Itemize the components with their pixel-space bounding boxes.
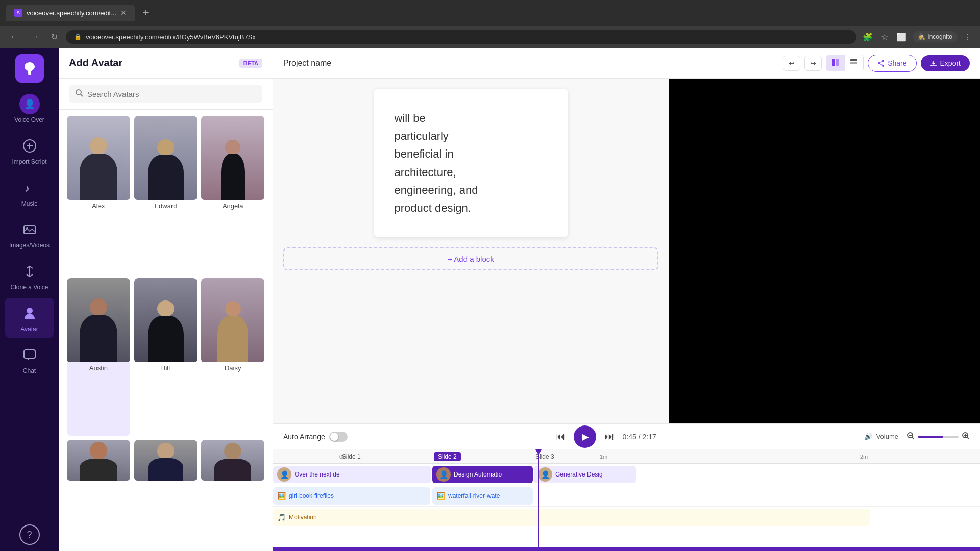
search-input-wrap — [69, 85, 262, 103]
profile-button[interactable]: ⬜ — [894, 30, 909, 44]
clip-slide2-avatar[interactable]: 👤 Design Automatio — [432, 466, 533, 483]
bottom-progress-bar — [273, 547, 980, 551]
view-layers-button[interactable] — [845, 55, 863, 71]
new-tab-button[interactable]: + — [139, 5, 153, 21]
svg-point-6 — [26, 227, 28, 229]
zoom-slider[interactable] — [918, 436, 959, 438]
auto-arrange-toggle[interactable] — [329, 432, 348, 442]
tab-favicon: S — [14, 9, 22, 17]
avatar-card-angela[interactable]: Angela — [201, 116, 264, 274]
clip-slide1-avatar[interactable]: 👤 Over the next de — [273, 466, 431, 483]
sidebar-item-import-script[interactable]: Import Script — [5, 131, 54, 170]
play-button[interactable]: ▶ — [574, 425, 596, 448]
avatar-image-row3c — [201, 440, 264, 481]
avatar-card-daisy[interactable]: Daisy — [201, 278, 264, 436]
avatar-panel: Add Avatar BETA Alex — [59, 48, 273, 551]
play-icon: ▶ — [582, 431, 589, 442]
back-button[interactable]: ← — [6, 30, 22, 43]
avatar-name-alex: Alex — [92, 202, 105, 210]
playhead — [538, 449, 539, 547]
clip-img2[interactable]: 🖼️ waterfall-river-wate — [432, 487, 533, 505]
volume-control: 🔊 Volume — [864, 433, 898, 440]
zoom-out-button[interactable] — [906, 432, 915, 442]
volume-icon: 🔊 — [864, 433, 872, 440]
skip-forward-button[interactable]: ⏭ — [604, 431, 615, 442]
share-label: Share — [888, 59, 906, 67]
slide-label-1: Slide 1 — [342, 453, 361, 460]
sidebar-item-voice-over[interactable]: 👤 Voice Over — [5, 89, 54, 129]
share-button[interactable]: Share — [868, 55, 916, 72]
auto-arrange-label: Auto Arrange — [283, 433, 325, 441]
track-clips-avatar: 👤 Over the next de 👤 Design Automatio 👤 … — [273, 464, 980, 485]
sidebar-item-images-videos[interactable]: Images/Videos — [5, 214, 54, 254]
redo-button[interactable]: ↪ — [804, 56, 822, 71]
app: 👤 Voice Over Import Script ♪ Music Image… — [0, 48, 980, 551]
zoom-in-button[interactable] — [962, 432, 970, 442]
clip-avatar-thumb-2: 👤 — [436, 467, 451, 482]
bookmark-button[interactable]: ☆ — [879, 30, 890, 44]
clip-img2-icon: 🖼️ — [436, 492, 445, 500]
clip-avatar-thumb-1: 👤 — [277, 467, 291, 482]
tab-close-icon[interactable]: ✕ — [120, 9, 127, 17]
sidebar-item-chat[interactable]: Chat — [5, 340, 54, 380]
clip-music[interactable]: 🎵 Motivation — [273, 509, 870, 526]
menu-button[interactable]: ⋮ — [962, 30, 974, 44]
zoom-control — [906, 432, 970, 442]
svg-rect-11 — [832, 59, 835, 66]
reload-button[interactable]: ↻ — [47, 30, 62, 44]
sidebar-label-chat: Chat — [23, 367, 36, 374]
playhead-top — [535, 449, 542, 455]
avatar-name-austin: Austin — [89, 364, 108, 372]
toggle-thumb — [330, 433, 338, 441]
avatar-card-row3b[interactable] — [134, 440, 198, 545]
main-area: Project name ↩ ↪ Share — [273, 48, 980, 551]
add-block-button[interactable]: + Add a block — [283, 247, 658, 270]
sidebar-logo[interactable] — [15, 54, 44, 83]
avatar-card-alex[interactable]: Alex — [67, 116, 130, 274]
svg-line-18 — [879, 61, 883, 63]
browser-tab[interactable]: S voiceover.speechify.com/edit... ✕ — [6, 5, 135, 21]
logo-icon — [21, 60, 38, 77]
svg-rect-13 — [850, 59, 857, 61]
project-name[interactable]: Project name — [283, 59, 777, 68]
incognito-label: Incognito — [927, 33, 952, 40]
avatar-card-edward[interactable]: Edward — [134, 116, 198, 274]
forward-button[interactable]: → — [27, 30, 43, 43]
clip-img1[interactable]: 🖼️ girl-book-fireflies — [273, 487, 430, 505]
search-input[interactable] — [87, 90, 256, 98]
avatar-card-row3c[interactable] — [201, 440, 264, 545]
help-button[interactable]: ? — [19, 524, 40, 545]
svg-line-21 — [912, 437, 914, 439]
avatar-panel-title: Add Avatar — [69, 57, 122, 69]
skip-back-button[interactable]: ⏮ — [555, 431, 566, 442]
timeline: Auto Arrange ⏮ ▶ ⏭ 0:45 / 2:17 🔊 Volume — [273, 423, 980, 551]
avatar-name-angela: Angela — [223, 202, 243, 210]
sidebar-item-avatar[interactable]: Avatar — [5, 298, 54, 338]
editor-content: will be particularly beneficial in archi… — [273, 79, 980, 423]
avatar-card-row3a[interactable] — [67, 440, 130, 545]
time-display: 0:45 / 2:17 — [623, 433, 656, 441]
clip-slide3-avatar[interactable]: 👤 Generative Desig — [534, 466, 636, 483]
incognito-badge[interactable]: 🕵️ Incognito — [913, 31, 958, 42]
svg-line-24 — [967, 437, 969, 439]
clip-img2-text: waterfall-river-wate — [448, 492, 500, 499]
clip-music-text: Motivation — [289, 514, 317, 521]
lock-icon: 🔒 — [74, 33, 82, 40]
topbar: Project name ↩ ↪ Share — [273, 48, 980, 79]
sidebar-item-clone-voice[interactable]: Clone a Voice — [5, 256, 54, 296]
nav-actions: 🧩 ☆ ⬜ 🕵️ Incognito ⋮ — [861, 30, 974, 44]
sidebar-item-music[interactable]: ♪ Music — [5, 172, 54, 212]
avatar-grid: Alex Edward Angela — [59, 110, 273, 551]
extensions-button[interactable]: 🧩 — [861, 30, 875, 44]
avatar-card-bill[interactable]: Bill — [134, 278, 198, 436]
export-button[interactable]: Export — [921, 55, 970, 71]
undo-button[interactable]: ↩ — [783, 56, 800, 71]
address-bar[interactable]: 🔒 voiceover.speechify.com/editor/8Gy5WvB… — [66, 30, 856, 44]
view-split-button[interactable] — [826, 55, 845, 71]
avatar-card-austin[interactable]: Austin — [67, 278, 130, 436]
sidebar-label-images: Images/Videos — [9, 242, 50, 249]
sidebar-label-voice-over: Voice Over — [14, 116, 44, 123]
slide-labels-row: 0m 1m 2m Slide 1 Slide 2 Slide 3 — [273, 449, 980, 464]
timeline-controls: Auto Arrange ⏮ ▶ ⏭ 0:45 / 2:17 🔊 Volume — [273, 424, 980, 449]
search-box — [59, 79, 273, 110]
